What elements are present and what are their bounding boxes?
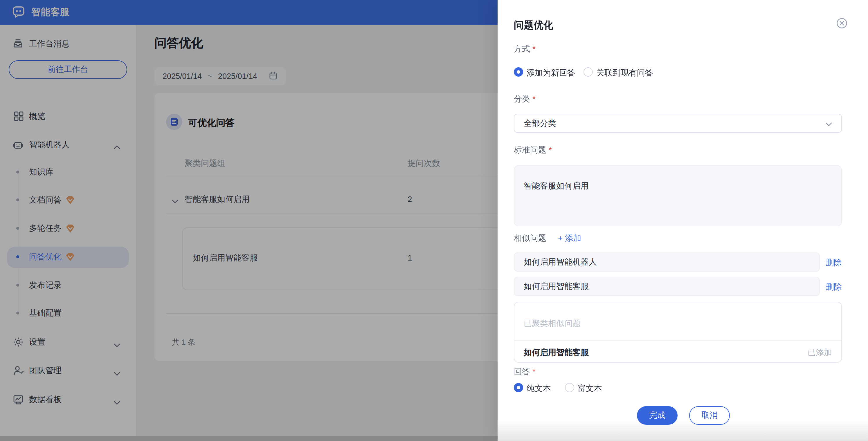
modal-dim-overlay[interactable]	[0, 0, 498, 441]
clustered-placeholder: 已聚类相似问题	[524, 318, 581, 329]
required-mark: *	[532, 94, 536, 103]
close-icon[interactable]	[836, 18, 848, 31]
required-mark: *	[549, 145, 552, 154]
radio-add-new-answer[interactable]	[514, 67, 523, 77]
method-field-label: 方式*	[514, 44, 536, 55]
similar-question-input[interactable]: 如何启用智能客服	[514, 277, 820, 296]
category-field-label: 分类*	[514, 94, 536, 104]
cancel-button[interactable]: 取消	[689, 406, 730, 425]
radio-link-existing-qa[interactable]	[584, 67, 593, 77]
similar-question-input[interactable]: 如何启用智能机器人	[514, 252, 820, 272]
radio-label-plain-text[interactable]: 纯文本	[527, 383, 551, 394]
radio-rich-text[interactable]	[565, 383, 574, 392]
question-optimization-drawer: 问题优化 方式* 添加为新回答 关联到现有问答 分类* 全部分类 标准问题* 智	[498, 0, 868, 441]
chevron-down-icon	[826, 118, 832, 128]
app-stage: 智能客服 工作台消息 前往工作台 概览	[0, 0, 868, 441]
confirm-button[interactable]: 完成	[637, 406, 678, 425]
add-similar-question-link[interactable]: + 添加	[558, 233, 581, 244]
answer-field-label: 回答*	[514, 367, 536, 377]
radio-label-add-new-answer[interactable]: 添加为新回答	[527, 68, 576, 78]
radio-plain-text[interactable]	[514, 383, 523, 392]
clustered-similar-questions-box: 已聚类相似问题 如何启用智能客服 已添加	[514, 302, 842, 363]
category-select-value: 全部分类	[524, 118, 556, 129]
delete-similar-question-link[interactable]: 删除	[826, 282, 842, 293]
added-status-badge: 已添加	[808, 347, 832, 358]
required-mark: *	[532, 367, 536, 376]
standard-question-textarea[interactable]: 智能客服如何启用	[514, 165, 842, 226]
drawer-title: 问题优化	[514, 19, 553, 32]
divider	[515, 340, 841, 341]
standard-question-field-label: 标准问题*	[514, 145, 552, 156]
radio-label-link-existing-qa[interactable]: 关联到现有问答	[596, 68, 653, 78]
similar-questions-label: 相似问题	[514, 233, 546, 244]
required-mark: *	[532, 44, 536, 54]
category-select[interactable]: 全部分类	[514, 114, 842, 133]
drawer-footer	[498, 395, 868, 441]
delete-similar-question-link[interactable]: 删除	[826, 258, 842, 268]
radio-label-rich-text[interactable]: 富文本	[578, 383, 602, 394]
clustered-question-row[interactable]: 如何启用智能客服	[524, 347, 589, 358]
